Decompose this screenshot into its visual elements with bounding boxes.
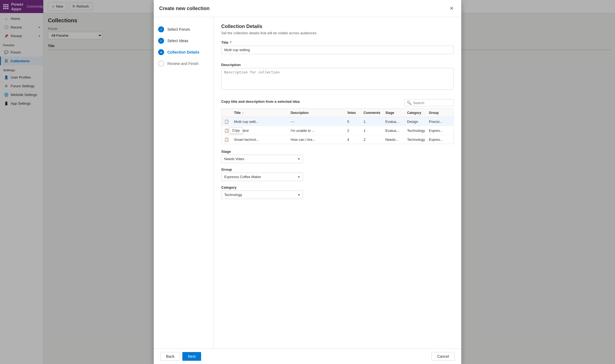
ideas-table: Title ↑ Description Votes Comments Stage… — [221, 108, 454, 144]
search-box: 🔍 — [404, 99, 454, 106]
wizard-step-review-finish[interactable]: Review and Finish — [158, 58, 209, 69]
back-button[interactable]: Back — [160, 352, 180, 361]
col-group-header: Group — [429, 111, 451, 115]
section-subtitle: Set the collection details that will be … — [221, 31, 454, 35]
group-value: Espresso Coffee Maker — [224, 175, 261, 179]
row1-group: Precisi... — [429, 120, 451, 124]
next-button[interactable]: Next — [182, 352, 201, 361]
row2-category: Technology — [407, 129, 429, 133]
modal-footer: Back Next Cancel — [154, 349, 461, 364]
row1-comments: 1 — [364, 120, 385, 124]
group-field-group: Group Espresso Coffee Maker ▾ — [221, 167, 454, 181]
table-row: 📋 Copy te control I'm unable to ... 2 1 … — [222, 126, 453, 135]
row3-stage: Needs... — [385, 138, 407, 142]
description-field-group: Description — [221, 63, 454, 95]
row2-group: Espres... — [429, 129, 451, 133]
chevron-down-icon: ▾ — [298, 157, 300, 161]
row2-comments: 1 — [364, 129, 385, 133]
step-label-details: Collection Details — [167, 50, 199, 54]
step-label-ideas: Select Ideas — [167, 39, 188, 43]
modal-title: Create new collection — [159, 6, 210, 11]
form-content: Collection Details Set the collection de… — [214, 17, 461, 349]
col-title-header: Title ↑ — [234, 111, 291, 115]
step-circle-details: ● — [158, 49, 164, 55]
search-icon: 🔍 — [407, 101, 411, 105]
description-field-label: Description — [221, 63, 454, 67]
col-icon — [224, 111, 234, 115]
category-field-label: Category — [221, 185, 454, 189]
row2-description: I'm unable to ... — [291, 129, 347, 133]
copy-icon-1[interactable]: 📋 — [224, 119, 234, 124]
step-circle-ideas: ✓ — [158, 38, 164, 44]
search-input[interactable] — [413, 101, 451, 105]
wizard-step-collection-details[interactable]: ● Collection Details — [158, 46, 209, 58]
chevron-down-icon: ▾ — [298, 193, 300, 197]
modal-body: ✓ Select Forum ✓ Select Ideas ● Collecti… — [154, 17, 461, 349]
footer-left-buttons: Back Next — [160, 352, 201, 361]
ideas-table-header: Title ↑ Description Votes Comments Stage… — [222, 109, 453, 117]
wizard-step-select-ideas[interactable]: ✓ Select Ideas — [158, 35, 209, 46]
copy-icon-3[interactable]: 📋 — [224, 137, 234, 142]
group-select[interactable]: Espresso Coffee Maker ▾ — [221, 173, 303, 181]
title-field-label: Title * — [221, 41, 454, 45]
copy-label: Copy title and description from a select… — [221, 99, 300, 104]
wizard-step-select-forum[interactable]: ✓ Select Forum — [158, 24, 209, 35]
category-select[interactable]: Technology ▾ — [221, 191, 303, 199]
chevron-down-icon: ▾ — [298, 175, 300, 179]
close-button[interactable]: ✕ — [447, 4, 456, 13]
row1-description: --- — [291, 120, 347, 124]
row1-title: Multi cup setti... — [234, 120, 291, 124]
modal: Create new collection ✕ ✓ Select Forum ✓… — [154, 0, 461, 364]
required-indicator: * — [230, 41, 231, 45]
category-field-group: Category Technology ▾ — [221, 185, 454, 199]
col-category-header: Category — [407, 111, 429, 115]
step-label-forum: Select Forum — [167, 27, 190, 32]
col-votes-header: Votes — [347, 111, 364, 115]
copy-tooltip: Copy — [229, 127, 243, 134]
step-label-review: Review and Finish — [167, 61, 198, 66]
description-input[interactable] — [221, 68, 454, 90]
title-field-group: Title * — [221, 41, 454, 58]
row1-category: Design — [407, 120, 429, 124]
stage-field-group: Stage Needs Votes ▾ — [221, 150, 454, 163]
row3-group: Espres... — [429, 138, 451, 142]
table-row: 📋 Smart technol... How can I bre... 4 2 … — [222, 135, 453, 144]
row2-stage: Evalua... — [385, 129, 407, 133]
copy-search-row: Copy title and description from a select… — [221, 99, 454, 106]
row1-stage: Evalua... — [385, 120, 407, 124]
step-circle-forum: ✓ — [158, 26, 164, 32]
category-value: Technology — [224, 193, 242, 197]
modal-overlay: Create new collection ✕ ✓ Select Forum ✓… — [0, 0, 615, 364]
title-input[interactable] — [221, 46, 454, 54]
col-stage-header: Stage — [385, 111, 407, 115]
row1-votes: 5 — [347, 120, 364, 124]
stage-value: Needs Votes — [224, 157, 244, 161]
row3-votes: 4 — [347, 138, 364, 142]
row2-votes: 2 — [347, 129, 364, 133]
step-circle-review — [158, 61, 164, 67]
group-field-label: Group — [221, 167, 454, 172]
modal-header: Create new collection ✕ — [154, 0, 461, 17]
row3-title: Smart technol... — [234, 138, 291, 142]
cancel-button[interactable]: Cancel — [431, 352, 455, 361]
stage-field-label: Stage — [221, 150, 454, 154]
wizard-steps: ✓ Select Forum ✓ Select Ideas ● Collecti… — [154, 17, 214, 349]
section-title: Collection Details — [221, 24, 454, 29]
row3-category: Technology — [407, 138, 429, 142]
row3-description: How can I bre... — [291, 138, 347, 142]
stage-select[interactable]: Needs Votes ▾ — [221, 155, 303, 163]
row3-comments: 2 — [364, 138, 385, 142]
col-description-header: Description — [291, 111, 347, 115]
col-comments-header: Comments — [364, 111, 385, 115]
table-row: 📋 Multi cup setti... --- 5 1 Evalua... D… — [222, 117, 453, 126]
